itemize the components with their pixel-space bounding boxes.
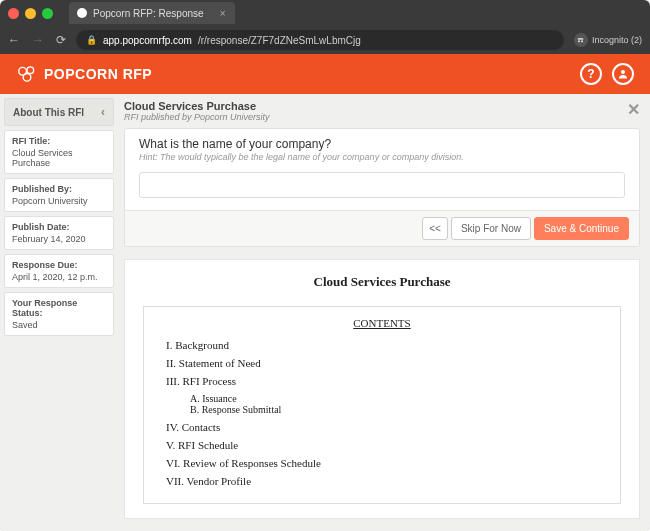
incognito-label: Incognito (2) — [592, 35, 642, 45]
toc-item: VII. Vendor Profile — [166, 475, 604, 487]
brand-text: POPCORN RFP — [44, 66, 152, 82]
help-button[interactable]: ? — [580, 63, 602, 85]
sidebar-info-label: Published By: — [12, 184, 106, 194]
skip-button[interactable]: Skip For Now — [451, 217, 531, 240]
page-title: Cloud Services Purchase — [124, 100, 270, 112]
save-continue-button[interactable]: Save & Continue — [534, 217, 629, 240]
window-maximize-icon[interactable] — [42, 8, 53, 19]
sidebar-info-label: Publish Date: — [12, 222, 106, 232]
sidebar-info-value: Saved — [12, 320, 106, 330]
brand-logo-icon — [16, 63, 38, 85]
toc-subitem: A. Issuance — [190, 393, 604, 404]
question-title: What is the name of your company? — [139, 137, 625, 151]
toc-item: III. RFI Process — [166, 375, 604, 387]
question-footer: << Skip For Now Save & Continue — [125, 210, 639, 246]
nav-forward-icon[interactable]: → — [32, 33, 44, 47]
sidebar-info-block: Response Due:April 1, 2020, 12 p.m. — [4, 254, 114, 288]
document-preview: Cloud Services Purchase CONTENTS I. Back… — [124, 259, 640, 519]
app-header: POPCORN RFP ? — [0, 54, 650, 94]
window-close-icon[interactable] — [8, 8, 19, 19]
svg-point-1 — [581, 40, 583, 42]
url-host: app.popcornrfp.com — [103, 35, 192, 46]
close-icon[interactable]: ✕ — [627, 100, 640, 119]
main-panel: Cloud Services Purchase RFI published by… — [118, 94, 650, 531]
question-panel: What is the name of your company? Hint: … — [124, 128, 640, 247]
sidebar-info-value: April 1, 2020, 12 p.m. — [12, 272, 106, 282]
browser-tab[interactable]: Popcorn RFP: Response × — [69, 2, 235, 24]
svg-point-5 — [621, 70, 625, 74]
browser-window: Popcorn RFP: Response × ← → ⟳ 🔒 app.popc… — [0, 0, 650, 531]
sidebar-info-label: Response Due: — [12, 260, 106, 270]
sidebar-info-value: February 14, 2020 — [12, 234, 106, 244]
sidebar-info-block: RFI Title:Cloud Services Purchase — [4, 130, 114, 174]
tab-title: Popcorn RFP: Response — [93, 8, 204, 19]
nav-reload-icon[interactable]: ⟳ — [56, 33, 66, 47]
toc-item: V. RFI Schedule — [166, 439, 604, 451]
favicon-icon — [77, 8, 87, 18]
company-name-input[interactable] — [139, 172, 625, 198]
window-minimize-icon[interactable] — [25, 8, 36, 19]
tab-close-icon[interactable]: × — [220, 8, 226, 19]
question-hint: Hint: The would typically be the legal n… — [139, 152, 625, 162]
sidebar-title: About This RFI — [13, 107, 84, 118]
sidebar-info-block: Your Response Status:Saved — [4, 292, 114, 336]
page-subtitle: RFI published by Popcorn University — [124, 112, 270, 122]
address-bar: ← → ⟳ 🔒 app.popcornrfp.com /r/response/Z… — [0, 26, 650, 54]
brand[interactable]: POPCORN RFP — [16, 63, 152, 85]
toc-heading: CONTENTS — [160, 317, 604, 329]
url-path: /r/response/Z7F7dZNeSmLwLbmCjg — [198, 35, 361, 46]
sidebar-info-label: Your Response Status: — [12, 298, 106, 318]
incognito-indicator: Incognito (2) — [574, 33, 642, 47]
toc-item: I. Background — [166, 339, 604, 351]
sidebar-info-block: Published By:Popcorn University — [4, 178, 114, 212]
toc-item: II. Statement of Need — [166, 357, 604, 369]
toc-item: IV. Contacts — [166, 421, 604, 433]
lock-icon: 🔒 — [86, 35, 97, 45]
document-title: Cloud Services Purchase — [143, 274, 621, 290]
titlebar: Popcorn RFP: Response × — [0, 0, 650, 26]
toc-subitem: B. Response Submittal — [190, 404, 604, 415]
sidebar-info-value: Cloud Services Purchase — [12, 148, 106, 168]
user-icon — [617, 68, 629, 80]
table-of-contents: CONTENTS I. BackgroundII. Statement of N… — [143, 306, 621, 504]
sidebar-info-value: Popcorn University — [12, 196, 106, 206]
url-bar[interactable]: 🔒 app.popcornrfp.com /r/response/Z7F7dZN… — [76, 30, 564, 50]
nav-back-icon[interactable]: ← — [8, 33, 20, 47]
chevron-left-icon: ‹ — [101, 105, 105, 119]
sidebar-info-block: Publish Date:February 14, 2020 — [4, 216, 114, 250]
sidebar: About This RFI ‹ RFI Title:Cloud Service… — [0, 94, 118, 531]
prev-button[interactable]: << — [422, 217, 448, 240]
user-menu-button[interactable] — [612, 63, 634, 85]
svg-point-0 — [578, 40, 580, 42]
sidebar-header[interactable]: About This RFI ‹ — [4, 98, 114, 126]
toc-item: VI. Review of Responses Schedule — [166, 457, 604, 469]
svg-point-4 — [23, 73, 31, 81]
svg-point-3 — [27, 67, 34, 74]
content-area: About This RFI ‹ RFI Title:Cloud Service… — [0, 94, 650, 531]
sidebar-info-label: RFI Title: — [12, 136, 106, 146]
incognito-icon — [574, 33, 588, 47]
